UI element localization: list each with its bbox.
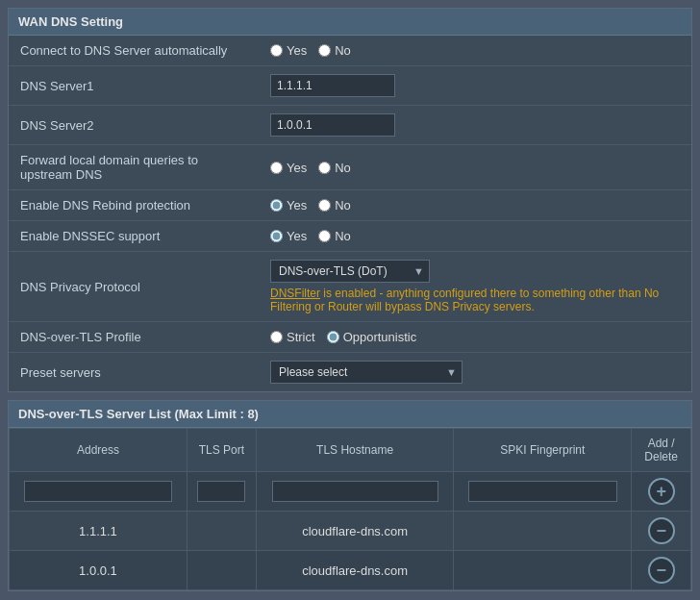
wan-dns-form: Connect to DNS Server automatically Yes …	[9, 36, 691, 391]
delete-button-2[interactable]: −	[648, 557, 675, 584]
radio-opportunistic[interactable]: Opportunistic	[327, 330, 417, 344]
input-address-new[interactable]	[24, 481, 173, 502]
row-preset-servers: Preset servers Please select Cloudflare …	[9, 353, 691, 392]
dnsfilter-link[interactable]: DNSFilter	[270, 287, 320, 300]
col-header-address: Address	[10, 429, 188, 472]
radio-dns-rebind: Yes No	[270, 198, 680, 212]
wan-dns-panel: WAN DNS Setting Connect to DNS Server au…	[8, 8, 692, 392]
radio-yes-rebind[interactable]: Yes	[270, 198, 307, 212]
label-dns-privacy: DNS Privacy Protocol	[9, 252, 259, 322]
label-dns-rebind: Enable DNS Rebind protection	[9, 190, 259, 221]
server-table-header-row: Address TLS Port TLS Hostname SPKI Finge…	[10, 429, 691, 472]
wan-dns-title: WAN DNS Setting	[9, 9, 691, 36]
cell-input-tls-hostname	[256, 472, 454, 512]
input-dns-server2[interactable]	[270, 113, 395, 137]
radio-connect-auto: Yes No	[270, 43, 680, 58]
table-row: 1.1.1.1 cloudflare-dns.com −	[10, 512, 691, 551]
input-spki-new[interactable]	[468, 481, 617, 502]
server-list-title: DNS-over-TLS Server List (Max Limit : 8)	[9, 401, 691, 428]
row-dns-server2: DNS Server2	[9, 106, 691, 145]
cell-address-2: 1.0.0.1	[10, 551, 188, 590]
radio-dnssec: Yes No	[270, 229, 680, 243]
row-dnssec: Enable DNSSEC support Yes No	[9, 221, 691, 252]
radio-forward-local: Yes No	[270, 161, 680, 175]
radio-yes-connect[interactable]: Yes	[270, 43, 307, 58]
label-dns-server2: DNS Server2	[9, 106, 259, 145]
radio-no-rebind[interactable]: No	[318, 198, 351, 212]
server-list-panel: DNS-over-TLS Server List (Max Limit : 8)…	[8, 400, 692, 591]
table-row: 1.0.0.1 cloudflare-dns.com −	[10, 551, 691, 590]
label-dns-server1: DNS Server1	[9, 66, 259, 106]
server-table: Address TLS Port TLS Hostname SPKI Finge…	[9, 428, 691, 590]
radio-input-no-forward[interactable]	[318, 162, 331, 174]
cell-delete-1: −	[632, 512, 691, 551]
cell-tls-hostname-1: cloudflare-dns.com	[256, 512, 454, 551]
cell-address-1: 1.1.1.1	[10, 512, 188, 551]
col-header-action: Add /Delete	[632, 429, 691, 472]
radio-strict[interactable]: Strict	[270, 330, 315, 344]
radio-yes-dnssec[interactable]: Yes	[270, 229, 307, 243]
select-dns-privacy[interactable]: DNS-over-TLS (DoT) DNS-over-HTTPS (DoH) …	[270, 260, 430, 283]
label-dot-profile: DNS-over-TLS Profile	[9, 322, 259, 353]
radio-input-yes-connect[interactable]	[270, 44, 283, 57]
radio-input-strict[interactable]	[270, 331, 283, 343]
add-button[interactable]: +	[648, 478, 675, 505]
select-wrapper-privacy: DNS-over-TLS (DoT) DNS-over-HTTPS (DoH) …	[270, 260, 430, 283]
radio-no-dnssec[interactable]: No	[318, 229, 351, 243]
radio-input-yes-rebind[interactable]	[270, 199, 283, 212]
col-header-tls-hostname: TLS Hostname	[256, 429, 454, 472]
row-dns-rebind: Enable DNS Rebind protection Yes No	[9, 190, 691, 221]
input-tls-hostname-new[interactable]	[272, 481, 438, 502]
row-forward-local: Forward local domain queries to upstream…	[9, 145, 691, 190]
row-dot-profile: DNS-over-TLS Profile Strict Opportunisti…	[9, 322, 691, 353]
label-preset-servers: Preset servers	[9, 353, 259, 392]
cell-spki-1	[454, 512, 632, 551]
radio-input-opportunistic[interactable]	[327, 331, 339, 343]
label-dnssec: Enable DNSSEC support	[9, 221, 259, 252]
radio-yes-forward[interactable]: Yes	[270, 161, 307, 175]
cell-tls-port-1	[187, 512, 256, 551]
cell-spki-2	[454, 551, 632, 590]
table-row-input: +	[10, 472, 691, 512]
radio-no-forward[interactable]: No	[318, 161, 351, 175]
row-dns-server1: DNS Server1	[9, 66, 691, 106]
radio-input-no-connect[interactable]	[318, 44, 331, 57]
cell-tls-hostname-2: cloudflare-dns.com	[256, 551, 454, 590]
col-header-tls-port: TLS Port	[187, 429, 256, 472]
label-connect-auto: Connect to DNS Server automatically	[9, 36, 259, 66]
radio-input-no-rebind[interactable]	[318, 199, 331, 212]
dns-warning-text: DNSFilter is enabled - anything configur…	[270, 287, 680, 313]
select-wrapper-preset: Please select Cloudflare Google Quad9 ▼	[270, 361, 462, 384]
row-dns-privacy: DNS Privacy Protocol DNS-over-TLS (DoT) …	[9, 252, 691, 322]
cell-add-btn: +	[632, 472, 691, 512]
cell-input-tls-port	[187, 472, 256, 512]
radio-no-connect[interactable]: No	[318, 43, 351, 58]
delete-button-1[interactable]: −	[648, 517, 675, 544]
cell-delete-2: −	[632, 551, 691, 590]
radio-input-yes-forward[interactable]	[270, 162, 283, 174]
row-connect-auto: Connect to DNS Server automatically Yes …	[9, 36, 691, 66]
select-preset-servers[interactable]: Please select Cloudflare Google Quad9	[270, 361, 462, 384]
input-tls-port-new[interactable]	[197, 481, 245, 502]
col-header-spki: SPKI Fingerprint	[454, 429, 632, 472]
radio-dot-profile: Strict Opportunistic	[270, 330, 680, 344]
input-dns-server1[interactable]	[270, 74, 395, 97]
cell-input-address	[10, 472, 188, 512]
cell-tls-port-2	[187, 551, 256, 590]
radio-input-yes-dnssec[interactable]	[270, 230, 283, 242]
dns-warning-message: is enabled - anything configured there t…	[270, 287, 659, 313]
label-forward-local: Forward local domain queries to upstream…	[9, 145, 259, 190]
cell-input-spki	[454, 472, 632, 512]
radio-input-no-dnssec[interactable]	[318, 230, 331, 242]
dns-privacy-content: DNS-over-TLS (DoT) DNS-over-HTTPS (DoH) …	[270, 260, 680, 313]
